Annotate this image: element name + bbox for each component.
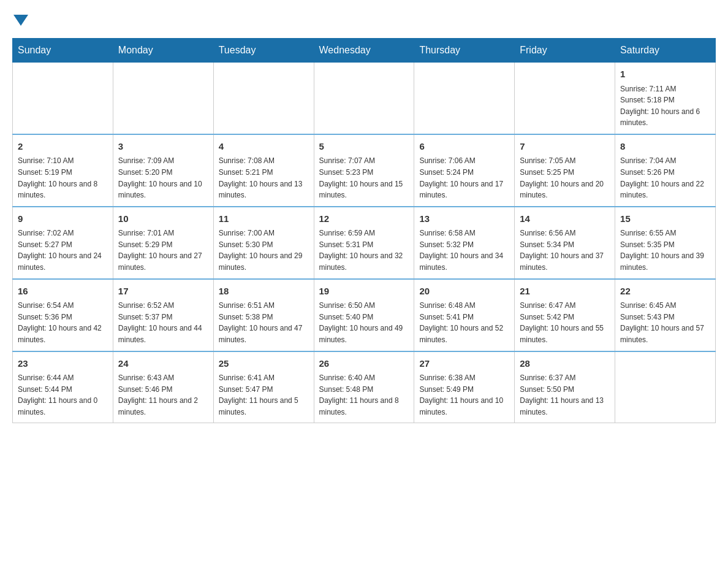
day-number: 17	[118, 285, 208, 299]
calendar-cell: 28Sunrise: 6:37 AM Sunset: 5:50 PM Dayli…	[515, 351, 615, 423]
day-header-friday: Friday	[515, 39, 615, 63]
day-number: 13	[419, 212, 509, 226]
day-number: 2	[18, 140, 108, 154]
calendar-cell: 7Sunrise: 7:05 AM Sunset: 5:25 PM Daylig…	[515, 134, 615, 207]
day-info: Sunrise: 7:04 AM Sunset: 5:26 PM Dayligh…	[620, 155, 710, 201]
calendar-cell: 10Sunrise: 7:01 AM Sunset: 5:29 PM Dayli…	[113, 207, 213, 279]
week-row-1: 1Sunrise: 7:11 AM Sunset: 5:18 PM Daylig…	[13, 63, 716, 134]
calendar-cell: 23Sunrise: 6:44 AM Sunset: 5:44 PM Dayli…	[13, 351, 113, 423]
day-number: 4	[219, 140, 309, 154]
day-number: 18	[219, 285, 309, 299]
days-of-week-row: SundayMondayTuesdayWednesdayThursdayFrid…	[13, 39, 716, 63]
day-info: Sunrise: 6:54 AM Sunset: 5:36 PM Dayligh…	[18, 300, 108, 345]
day-number: 24	[118, 357, 208, 371]
week-row-5: 23Sunrise: 6:44 AM Sunset: 5:44 PM Dayli…	[13, 351, 716, 423]
day-number: 11	[219, 212, 309, 226]
calendar-cell	[615, 351, 716, 423]
calendar-body: 1Sunrise: 7:11 AM Sunset: 5:18 PM Daylig…	[13, 63, 716, 423]
calendar-cell	[213, 63, 314, 134]
calendar-cell: 4Sunrise: 7:08 AM Sunset: 5:21 PM Daylig…	[213, 134, 314, 207]
day-number: 14	[520, 212, 610, 226]
calendar-cell: 5Sunrise: 7:07 AM Sunset: 5:23 PM Daylig…	[314, 134, 414, 207]
logo-arrow-icon	[13, 15, 28, 26]
day-number: 10	[118, 212, 208, 226]
calendar-cell: 3Sunrise: 7:09 AM Sunset: 5:20 PM Daylig…	[113, 134, 213, 207]
calendar-cell: 11Sunrise: 7:00 AM Sunset: 5:30 PM Dayli…	[213, 207, 314, 279]
calendar-cell: 13Sunrise: 6:58 AM Sunset: 5:32 PM Dayli…	[414, 207, 515, 279]
day-header-saturday: Saturday	[615, 39, 716, 63]
day-number: 9	[18, 212, 108, 226]
day-info: Sunrise: 7:08 AM Sunset: 5:21 PM Dayligh…	[219, 155, 309, 201]
day-info: Sunrise: 7:11 AM Sunset: 5:18 PM Dayligh…	[620, 83, 710, 129]
day-info: Sunrise: 6:47 AM Sunset: 5:42 PM Dayligh…	[520, 300, 610, 345]
calendar-cell: 17Sunrise: 6:52 AM Sunset: 5:37 PM Dayli…	[113, 279, 213, 351]
calendar-table: SundayMondayTuesdayWednesdayThursdayFrid…	[12, 38, 716, 423]
day-info: Sunrise: 7:05 AM Sunset: 5:25 PM Dayligh…	[520, 155, 610, 201]
calendar-cell	[314, 63, 414, 134]
day-header-sunday: Sunday	[13, 39, 113, 63]
day-info: Sunrise: 7:02 AM Sunset: 5:27 PM Dayligh…	[18, 228, 108, 273]
calendar-cell: 14Sunrise: 6:56 AM Sunset: 5:34 PM Dayli…	[515, 207, 615, 279]
day-number: 20	[419, 285, 509, 299]
calendar-cell: 1Sunrise: 7:11 AM Sunset: 5:18 PM Daylig…	[615, 63, 716, 134]
day-number: 25	[219, 357, 309, 371]
day-info: Sunrise: 7:01 AM Sunset: 5:29 PM Dayligh…	[118, 228, 208, 273]
day-number: 27	[419, 357, 509, 371]
day-info: Sunrise: 6:37 AM Sunset: 5:50 PM Dayligh…	[520, 372, 610, 418]
logo	[12, 12, 28, 26]
day-info: Sunrise: 6:43 AM Sunset: 5:46 PM Dayligh…	[118, 372, 208, 418]
day-info: Sunrise: 6:52 AM Sunset: 5:37 PM Dayligh…	[118, 300, 208, 345]
calendar-cell: 18Sunrise: 6:51 AM Sunset: 5:38 PM Dayli…	[213, 279, 314, 351]
day-info: Sunrise: 6:50 AM Sunset: 5:40 PM Dayligh…	[319, 300, 409, 345]
day-info: Sunrise: 7:07 AM Sunset: 5:23 PM Dayligh…	[319, 155, 409, 201]
calendar-cell	[113, 63, 213, 134]
calendar-cell: 27Sunrise: 6:38 AM Sunset: 5:49 PM Dayli…	[414, 351, 515, 423]
day-info: Sunrise: 6:38 AM Sunset: 5:49 PM Dayligh…	[419, 372, 509, 418]
day-number: 15	[620, 212, 710, 226]
calendar-cell: 21Sunrise: 6:47 AM Sunset: 5:42 PM Dayli…	[515, 279, 615, 351]
calendar-cell: 16Sunrise: 6:54 AM Sunset: 5:36 PM Dayli…	[13, 279, 113, 351]
day-info: Sunrise: 6:55 AM Sunset: 5:35 PM Dayligh…	[620, 228, 710, 273]
day-number: 8	[620, 140, 710, 154]
day-number: 22	[620, 285, 710, 299]
calendar-cell: 20Sunrise: 6:48 AM Sunset: 5:41 PM Dayli…	[414, 279, 515, 351]
calendar-cell: 2Sunrise: 7:10 AM Sunset: 5:19 PM Daylig…	[13, 134, 113, 207]
day-number: 5	[319, 140, 409, 154]
day-info: Sunrise: 6:56 AM Sunset: 5:34 PM Dayligh…	[520, 228, 610, 273]
day-number: 12	[319, 212, 409, 226]
day-header-wednesday: Wednesday	[314, 39, 414, 63]
calendar-cell	[13, 63, 113, 134]
calendar-cell: 24Sunrise: 6:43 AM Sunset: 5:46 PM Dayli…	[113, 351, 213, 423]
week-row-4: 16Sunrise: 6:54 AM Sunset: 5:36 PM Dayli…	[13, 279, 716, 351]
page-header	[12, 12, 716, 26]
calendar-cell: 26Sunrise: 6:40 AM Sunset: 5:48 PM Dayli…	[314, 351, 414, 423]
day-header-tuesday: Tuesday	[213, 39, 314, 63]
calendar-cell: 15Sunrise: 6:55 AM Sunset: 5:35 PM Dayli…	[615, 207, 716, 279]
day-number: 3	[118, 140, 208, 154]
day-number: 6	[419, 140, 509, 154]
day-number: 23	[18, 357, 108, 371]
calendar-cell: 22Sunrise: 6:45 AM Sunset: 5:43 PM Dayli…	[615, 279, 716, 351]
calendar-cell: 6Sunrise: 7:06 AM Sunset: 5:24 PM Daylig…	[414, 134, 515, 207]
day-number: 26	[319, 357, 409, 371]
day-number: 28	[520, 357, 610, 371]
calendar-cell	[515, 63, 615, 134]
day-number: 16	[18, 285, 108, 299]
calendar-cell	[414, 63, 515, 134]
day-info: Sunrise: 7:09 AM Sunset: 5:20 PM Dayligh…	[118, 155, 208, 201]
week-row-2: 2Sunrise: 7:10 AM Sunset: 5:19 PM Daylig…	[13, 134, 716, 207]
day-info: Sunrise: 7:10 AM Sunset: 5:19 PM Dayligh…	[18, 155, 108, 201]
day-number: 7	[520, 140, 610, 154]
calendar-cell: 19Sunrise: 6:50 AM Sunset: 5:40 PM Dayli…	[314, 279, 414, 351]
day-number: 1	[620, 67, 710, 82]
day-info: Sunrise: 7:00 AM Sunset: 5:30 PM Dayligh…	[219, 228, 309, 273]
day-info: Sunrise: 6:51 AM Sunset: 5:38 PM Dayligh…	[219, 300, 309, 345]
week-row-3: 9Sunrise: 7:02 AM Sunset: 5:27 PM Daylig…	[13, 207, 716, 279]
day-info: Sunrise: 6:59 AM Sunset: 5:31 PM Dayligh…	[319, 228, 409, 273]
day-info: Sunrise: 7:06 AM Sunset: 5:24 PM Dayligh…	[419, 155, 509, 201]
calendar-cell: 12Sunrise: 6:59 AM Sunset: 5:31 PM Dayli…	[314, 207, 414, 279]
day-info: Sunrise: 6:44 AM Sunset: 5:44 PM Dayligh…	[18, 372, 108, 418]
day-info: Sunrise: 6:48 AM Sunset: 5:41 PM Dayligh…	[419, 300, 509, 345]
day-number: 19	[319, 285, 409, 299]
day-number: 21	[520, 285, 610, 299]
